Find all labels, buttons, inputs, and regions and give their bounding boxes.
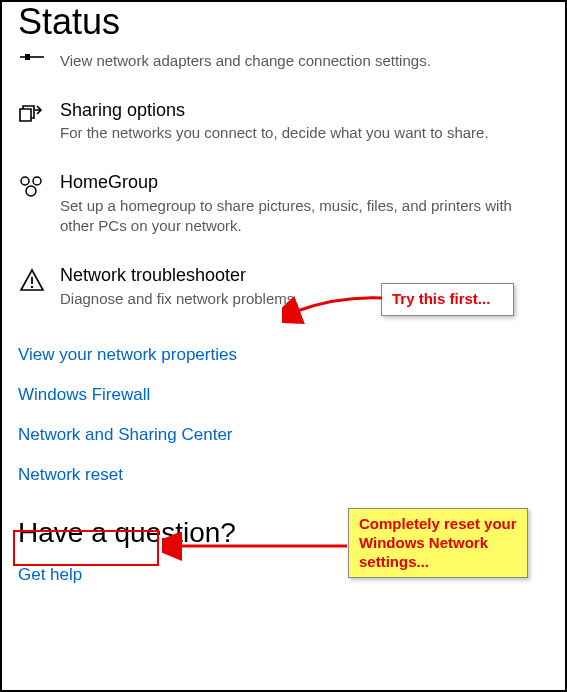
- annotation-reset-callout: Completely reset your Windows Network se…: [348, 508, 528, 578]
- page-title: Status: [18, 2, 549, 42]
- adapter-icon: [18, 50, 46, 68]
- homegroup-title: HomeGroup: [60, 171, 549, 194]
- section-adapters[interactable]: View network adapters and change connect…: [18, 50, 549, 71]
- link-view-properties[interactable]: View your network properties: [18, 345, 237, 365]
- svg-point-4: [26, 186, 36, 196]
- link-sharing-center[interactable]: Network and Sharing Center: [18, 425, 233, 445]
- adapters-desc: View network adapters and change connect…: [60, 51, 549, 71]
- link-get-help[interactable]: Get help: [18, 565, 82, 585]
- link-network-reset[interactable]: Network reset: [18, 465, 123, 485]
- section-homegroup[interactable]: HomeGroup Set up a homegroup to share pi…: [18, 171, 549, 236]
- homegroup-desc: Set up a homegroup to share pictures, mu…: [60, 196, 549, 237]
- section-sharing[interactable]: Sharing options For the networks you con…: [18, 99, 549, 144]
- homegroup-icon: [18, 171, 46, 199]
- svg-rect-1: [25, 54, 30, 60]
- link-firewall[interactable]: Windows Firewall: [18, 385, 150, 405]
- annotation-try-first-callout: Try this first...: [381, 283, 514, 316]
- svg-point-3: [33, 177, 41, 185]
- svg-point-2: [21, 177, 29, 185]
- sharing-title: Sharing options: [60, 99, 549, 122]
- svg-point-6: [31, 286, 33, 288]
- sharing-desc: For the networks you connect to, decide …: [60, 123, 549, 143]
- warning-triangle-icon: [18, 264, 46, 292]
- sharing-icon: [18, 99, 46, 127]
